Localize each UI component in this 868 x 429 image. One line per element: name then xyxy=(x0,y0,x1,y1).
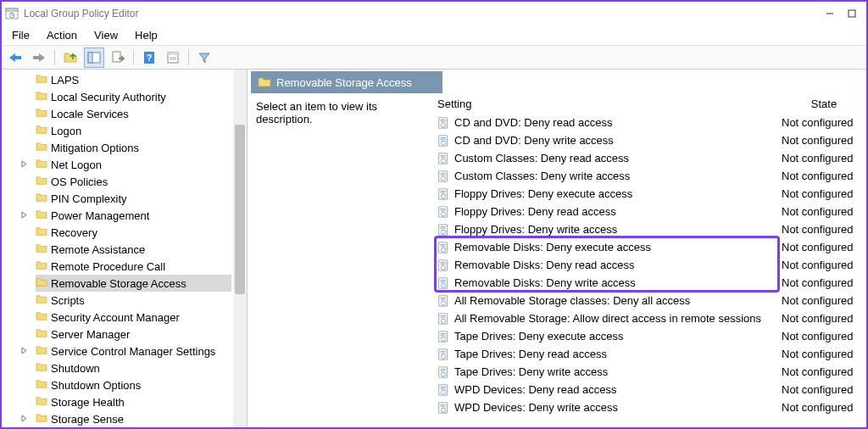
tree-node-label: Removable Storage Access xyxy=(51,277,186,290)
setting-label: CD and DVD: Deny read access xyxy=(454,116,782,129)
menu-item-action[interactable]: Action xyxy=(38,27,86,43)
up-button[interactable] xyxy=(60,47,81,68)
policy-icon xyxy=(437,295,451,307)
tree-node[interactable]: Security Account Manager xyxy=(36,309,231,326)
setting-state: Not configured xyxy=(782,116,866,129)
setting-row[interactable]: Removable Disks: Deny execute accessNot … xyxy=(434,238,866,256)
tree-node[interactable]: Remote Assistance xyxy=(36,241,231,258)
tree-node[interactable]: Local Security Authority xyxy=(36,88,231,105)
folder-icon xyxy=(36,277,47,290)
setting-label: Floppy Drives: Deny read access xyxy=(454,205,782,218)
filter-button[interactable] xyxy=(194,47,214,68)
tree-node[interactable]: Scripts xyxy=(36,292,231,309)
tree-node[interactable]: Mitigation Options xyxy=(36,139,231,156)
folder-icon xyxy=(36,125,47,137)
show-hide-tree-button[interactable] xyxy=(84,47,104,68)
tree-node[interactable]: LAPS xyxy=(36,71,231,88)
folder-icon xyxy=(36,108,47,120)
expander-icon[interactable] xyxy=(20,160,31,170)
setting-state: Not configured xyxy=(782,187,866,200)
setting-row[interactable]: Floppy Drives: Deny read accessNot confi… xyxy=(434,203,866,220)
content-area: LAPSLocal Security AuthorityLocale Servi… xyxy=(2,70,866,427)
folder-icon xyxy=(258,76,271,88)
tree-node[interactable]: Recovery xyxy=(36,224,231,241)
policy-icon xyxy=(437,348,451,360)
setting-label: Removable Disks: Deny execute access xyxy=(454,241,782,254)
menu-item-help[interactable]: Help xyxy=(126,27,166,43)
setting-row[interactable]: WPD Devices: Deny write accessNot config… xyxy=(434,398,866,416)
setting-row[interactable]: Custom Classes: Deny write accessNot con… xyxy=(434,167,866,185)
tree-node[interactable]: Removable Storage Access xyxy=(36,275,231,292)
tree-node[interactable]: Net Logon xyxy=(36,156,231,173)
setting-row[interactable]: WPD Devices: Deny read accessNot configu… xyxy=(434,381,866,398)
tree-node[interactable]: PIN Complexity xyxy=(36,190,231,207)
folder-icon xyxy=(36,379,47,392)
setting-state: Not configured xyxy=(782,312,866,325)
setting-state: Not configured xyxy=(782,241,866,254)
tree-scrollbar-thumb[interactable] xyxy=(235,125,245,294)
setting-label: CD and DVD: Deny write access xyxy=(454,134,782,147)
setting-row[interactable]: Tape Drives: Deny read accessNot configu… xyxy=(434,345,866,363)
setting-label: All Removable Storage classes: Deny all … xyxy=(454,294,782,307)
setting-row[interactable]: Floppy Drives: Deny write accessNot conf… xyxy=(434,220,866,238)
setting-label: Tape Drives: Deny write access xyxy=(454,365,782,378)
tree-node-label: Locale Services xyxy=(51,108,129,120)
maximize-button[interactable] xyxy=(841,4,863,23)
tree-node[interactable]: Remote Procedure Call xyxy=(36,258,231,275)
tree-node-label: Logon xyxy=(51,125,81,137)
policy-icon xyxy=(437,277,451,289)
setting-row[interactable]: Custom Classes: Deny read accessNot conf… xyxy=(434,149,866,167)
tree-node[interactable]: Server Manager xyxy=(36,326,231,343)
menu-item-file[interactable]: File xyxy=(3,27,38,43)
setting-row[interactable]: All Removable Storage: Allow direct acce… xyxy=(434,309,866,327)
tree-node[interactable]: Power Management xyxy=(36,207,231,224)
tree-node[interactable]: Storage Sense xyxy=(36,410,231,427)
setting-row[interactable]: Removable Disks: Deny write accessNot co… xyxy=(434,274,866,292)
tree-node[interactable]: Shutdown Options xyxy=(36,376,231,393)
menu-item-view[interactable]: View xyxy=(86,27,126,43)
properties-button[interactable] xyxy=(163,47,183,68)
setting-row[interactable]: Removable Disks: Deny read accessNot con… xyxy=(434,256,866,274)
help-button[interactable]: ? xyxy=(139,47,159,68)
header-tab: Removable Storage Access xyxy=(251,71,442,93)
tree-node-label: Security Account Manager xyxy=(51,311,180,324)
expander-icon[interactable] xyxy=(20,415,31,424)
setting-state: Not configured xyxy=(782,170,866,182)
window-title: Local Group Policy Editor xyxy=(24,8,819,20)
tree-node-label: Shutdown Options xyxy=(51,379,141,392)
title-bar: Local Group Policy Editor xyxy=(2,2,866,25)
setting-row[interactable]: All Removable Storage classes: Deny all … xyxy=(434,292,866,309)
tree-node[interactable]: Locale Services xyxy=(36,105,231,122)
tree-pane: LAPSLocal Security AuthorityLocale Servi… xyxy=(2,70,248,427)
folder-icon xyxy=(36,74,47,86)
policy-icon xyxy=(437,153,451,164)
tree-scrollbar[interactable] xyxy=(233,70,247,427)
tree-node[interactable]: Logon xyxy=(36,122,231,139)
forward-button[interactable] xyxy=(29,47,49,68)
expander-icon[interactable] xyxy=(20,347,31,356)
folder-icon xyxy=(36,328,47,341)
expander-icon[interactable] xyxy=(20,211,31,220)
setting-row[interactable]: Tape Drives: Deny write accessNot config… xyxy=(434,363,866,381)
folder-icon xyxy=(36,159,47,171)
tree-node[interactable]: Shutdown xyxy=(36,359,231,376)
setting-state: Not configured xyxy=(782,259,866,271)
column-header-state[interactable]: State xyxy=(782,98,866,110)
tree-node[interactable]: Service Control Manager Settings xyxy=(36,343,231,359)
back-button[interactable] xyxy=(5,47,25,68)
export-list-button[interactable] xyxy=(108,47,128,68)
setting-label: Floppy Drives: Deny execute access xyxy=(454,187,782,200)
svg-rect-17 xyxy=(168,53,178,55)
setting-row[interactable]: Tape Drives: Deny execute accessNot conf… xyxy=(434,327,866,345)
setting-row[interactable]: CD and DVD: Deny read accessNot configur… xyxy=(434,114,866,131)
tree-node[interactable]: OS Policies xyxy=(36,173,231,190)
setting-row[interactable]: CD and DVD: Deny write accessNot configu… xyxy=(434,131,866,149)
setting-row[interactable]: Floppy Drives: Deny execute accessNot co… xyxy=(434,185,866,203)
tree-node[interactable]: Storage Health xyxy=(36,393,231,410)
column-header-setting[interactable]: Setting xyxy=(437,98,782,110)
policy-icon xyxy=(437,224,451,236)
policy-icon xyxy=(437,313,451,325)
minimize-button[interactable] xyxy=(819,4,841,23)
policy-icon xyxy=(437,259,451,271)
folder-icon xyxy=(36,362,47,375)
